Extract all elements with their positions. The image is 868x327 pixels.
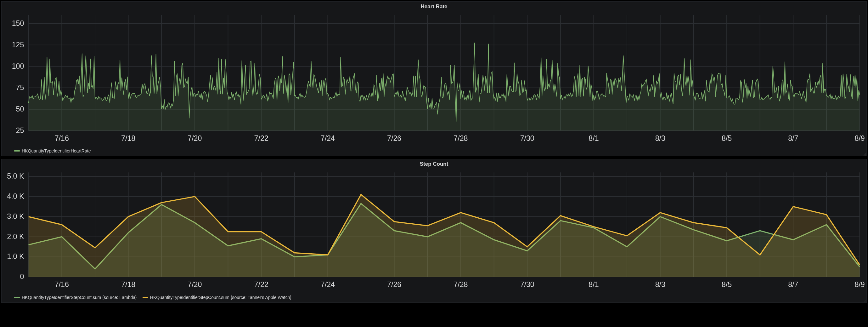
svg-text:8/1: 8/1	[589, 281, 598, 289]
svg-text:7/28: 7/28	[454, 134, 468, 142]
svg-text:8/9: 8/9	[855, 134, 865, 142]
svg-text:7/30: 7/30	[520, 281, 534, 289]
svg-text:7/20: 7/20	[188, 134, 202, 142]
panel-heart-rate: Heart Rate 2550751001251507/167/187/207/…	[1, 1, 867, 156]
svg-text:100: 100	[12, 62, 24, 70]
svg-text:7/16: 7/16	[55, 134, 69, 142]
svg-text:125: 125	[12, 41, 24, 49]
resize-handle-icon[interactable]	[864, 153, 866, 156]
svg-text:25: 25	[16, 126, 24, 135]
svg-text:7/18: 7/18	[121, 281, 135, 289]
svg-text:7/22: 7/22	[254, 134, 269, 142]
panel-title-step-count[interactable]: Step Count	[2, 159, 866, 168]
legend-label: HKQuantityTypeIdentifierStepCount.sum {s…	[22, 295, 137, 300]
chart-step-count[interactable]: 01.0 K2.0 K3.0 K4.0 K5.0 K7/167/187/207/…	[2, 168, 866, 293]
svg-text:2.0 K: 2.0 K	[7, 233, 24, 241]
svg-text:8/1: 8/1	[589, 134, 598, 142]
legend-label: HKQuantityTypeIdentifierStepCount.sum {s…	[150, 295, 291, 300]
svg-text:7/26: 7/26	[387, 281, 401, 289]
svg-text:75: 75	[16, 84, 24, 92]
svg-text:4.0 K: 4.0 K	[7, 192, 24, 200]
svg-text:7/24: 7/24	[321, 134, 335, 142]
svg-text:7/22: 7/22	[254, 281, 269, 289]
legend-item-step-watch[interactable]: HKQuantityTypeIdentifierStepCount.sum {s…	[143, 295, 291, 300]
svg-text:50: 50	[16, 105, 24, 113]
svg-text:7/28: 7/28	[454, 281, 468, 289]
svg-text:7/18: 7/18	[121, 134, 135, 142]
svg-text:1.0 K: 1.0 K	[7, 252, 24, 261]
legend-swatch-icon	[143, 297, 148, 298]
svg-text:8/3: 8/3	[655, 281, 665, 289]
svg-text:150: 150	[12, 19, 24, 27]
legend-label: HKQuantityTypeIdentifierHeartRate	[22, 148, 91, 153]
svg-text:3.0 K: 3.0 K	[7, 212, 24, 220]
chart-heart-rate[interactable]: 2550751001251507/167/187/207/227/247/267…	[2, 10, 866, 147]
svg-text:8/5: 8/5	[722, 134, 732, 142]
legend-swatch-icon	[14, 150, 20, 151]
resize-handle-icon[interactable]	[864, 300, 866, 302]
svg-text:7/30: 7/30	[520, 134, 534, 142]
legend-step-count: HKQuantityTypeIdentifierStepCount.sum {s…	[2, 293, 866, 302]
svg-text:8/5: 8/5	[722, 281, 732, 289]
legend-swatch-icon	[14, 297, 20, 298]
panel-title-heart-rate[interactable]: Heart Rate	[2, 2, 866, 10]
svg-text:7/26: 7/26	[387, 134, 401, 142]
svg-text:7/16: 7/16	[55, 281, 69, 289]
panel-step-count: Step Count 01.0 K2.0 K3.0 K4.0 K5.0 K7/1…	[1, 159, 867, 303]
legend-item-step-lambda[interactable]: HKQuantityTypeIdentifierStepCount.sum {s…	[14, 295, 137, 300]
svg-text:8/7: 8/7	[788, 281, 798, 289]
svg-text:5.0 K: 5.0 K	[7, 172, 24, 180]
legend-heart-rate: HKQuantityTypeIdentifierHeartRate	[2, 147, 866, 156]
svg-text:8/3: 8/3	[655, 134, 665, 142]
svg-text:8/7: 8/7	[788, 134, 798, 142]
svg-text:7/20: 7/20	[188, 281, 202, 289]
svg-text:7/24: 7/24	[321, 281, 335, 289]
svg-text:8/9: 8/9	[855, 281, 865, 289]
svg-text:0: 0	[20, 273, 24, 281]
legend-item-heart-rate[interactable]: HKQuantityTypeIdentifierHeartRate	[14, 148, 91, 153]
